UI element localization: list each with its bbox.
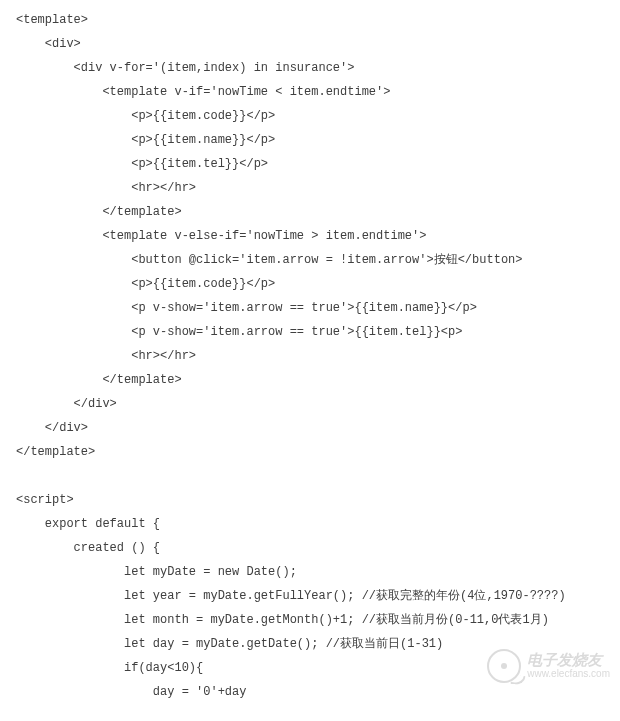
code-line: </template> <box>16 200 612 224</box>
code-line: </template> <box>16 368 612 392</box>
code-block: <template> <div> <div v-for='(item,index… <box>0 0 620 712</box>
code-line: <p>{{item.code}}</p> <box>16 272 612 296</box>
code-line <box>16 464 612 488</box>
code-line: day = '0'+day <box>16 680 612 704</box>
code-line: <template v-else-if='nowTime > item.endt… <box>16 224 612 248</box>
code-line: let month = myDate.getMonth()+1; //获取当前月… <box>16 608 612 632</box>
code-line: <p v-show='item.arrow == true'>{{item.te… <box>16 320 612 344</box>
code-line: <hr></hr> <box>16 344 612 368</box>
code-line: let myDate = new Date(); <box>16 560 612 584</box>
code-line: <p>{{item.name}}</p> <box>16 128 612 152</box>
code-line: <template v-if='nowTime < item.endtime'> <box>16 80 612 104</box>
code-line: <p>{{item.code}}</p> <box>16 104 612 128</box>
code-line: created () { <box>16 536 612 560</box>
code-line: <hr></hr> <box>16 176 612 200</box>
code-line: <template> <box>16 8 612 32</box>
code-line: </template> <box>16 440 612 464</box>
code-line: export default { <box>16 512 612 536</box>
watermark-url: www.elecfans.com <box>527 668 610 680</box>
watermark: 电子发烧友 www.elecfans.com <box>487 649 610 683</box>
code-line: <button @click='item.arrow = !item.arrow… <box>16 248 612 272</box>
code-line: <div> <box>16 32 612 56</box>
code-line: <div v-for='(item,index) in insurance'> <box>16 56 612 80</box>
watermark-logo-icon <box>487 649 521 683</box>
code-line: </div> <box>16 392 612 416</box>
code-line: </div> <box>16 416 612 440</box>
code-line: <p v-show='item.arrow == true'>{{item.na… <box>16 296 612 320</box>
code-line: <script> <box>16 488 612 512</box>
code-line: <p>{{item.tel}}</p> <box>16 152 612 176</box>
watermark-title: 电子发烧友 <box>527 652 610 668</box>
code-line: let year = myDate.getFullYear(); //获取完整的… <box>16 584 612 608</box>
